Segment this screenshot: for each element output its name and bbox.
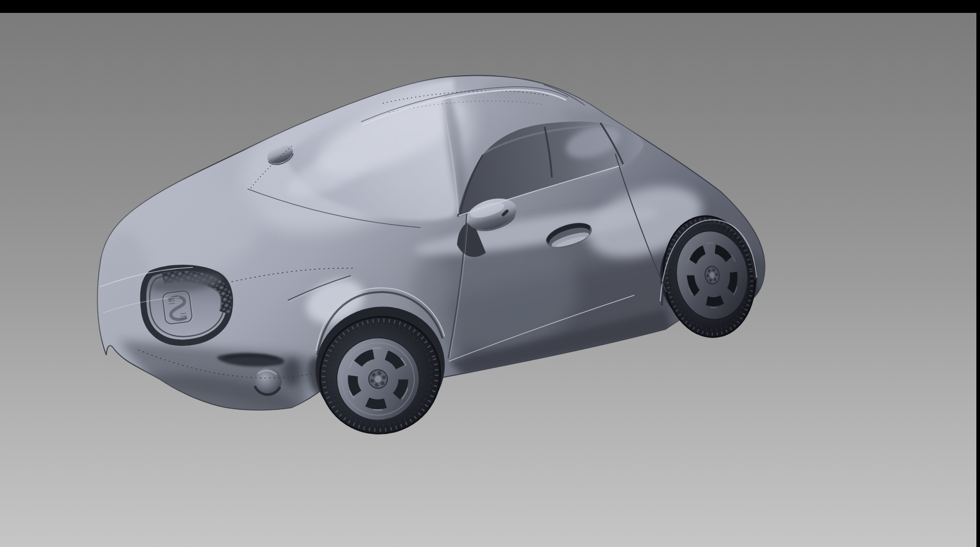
car-model (82, 46, 781, 449)
render-canvas[interactable] (0, 13, 976, 547)
front-grille (143, 268, 230, 343)
viewport-3d-canvas[interactable] (0, 13, 976, 547)
cad-app-window (0, 0, 980, 547)
window-right-edge-bar (976, 0, 980, 547)
window-top-bar (0, 0, 980, 13)
